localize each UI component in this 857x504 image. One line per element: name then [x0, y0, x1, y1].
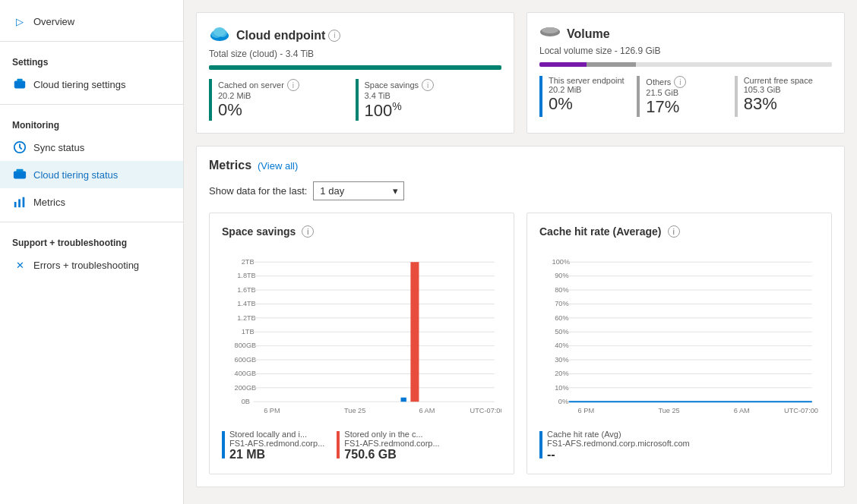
sidebar-item-overview[interactable]: ▷ Overview: [0, 8, 183, 35]
overview-icon: ▷: [12, 14, 27, 29]
cloud-endpoint-header: Cloud endpoint i: [209, 25, 501, 46]
legend-cache-hit-color: [539, 431, 542, 458]
svg-text:1.4TB: 1.4TB: [237, 301, 256, 308]
cached-info-icon[interactable]: i: [287, 79, 299, 91]
sidebar-item-sync-status[interactable]: Sync status: [0, 134, 183, 161]
sidebar-item-errors[interactable]: ✕ Errors + troubleshooting: [0, 251, 183, 279]
space-savings-svg: 2TB 1.8TB 1.6TB 1.4TB 1.2TB 1TB 800GB 60…: [222, 247, 501, 421]
svg-text:Tue 25: Tue 25: [658, 407, 679, 414]
svg-point-13: [542, 27, 558, 33]
sync-status-label: Sync status: [33, 142, 84, 153]
svg-text:6 PM: 6 PM: [264, 407, 280, 414]
volume-progress-purple: [539, 62, 587, 67]
sidebar-item-cloud-tiering-status[interactable]: Cloud tiering status: [0, 161, 183, 188]
svg-text:400GB: 400GB: [235, 370, 257, 378]
svg-point-11: [213, 27, 226, 36]
cloud-endpoint-subtitle: Total size (cloud) - 3.4 TiB: [209, 49, 501, 59]
svg-text:1.2TB: 1.2TB: [237, 314, 256, 322]
cloud-tiering-status-icon: [12, 167, 27, 182]
svg-text:6 PM: 6 PM: [578, 407, 594, 414]
cache-hit-chart-card: Cache hit rate (Average) i 100% 90% 80% …: [527, 213, 832, 474]
cached-stat: Cached on server i 20.2 MiB 0%: [209, 79, 356, 121]
cloud-endpoint-stats: Cached on server i 20.2 MiB 0% Space sav…: [209, 79, 501, 121]
metrics-header: Metrics (View all): [209, 159, 832, 172]
metrics-label: Metrics: [33, 197, 65, 208]
free-percent: 83%: [744, 94, 832, 114]
cloud-tiering-status-label: Cloud tiering status: [33, 169, 118, 181]
cache-hit-svg: 100% 90% 80% 70% 60% 50% 40% 30%: [539, 247, 819, 421]
svg-text:1.8TB: 1.8TB: [237, 272, 256, 280]
volume-progress-fill: [539, 62, 832, 67]
sidebar-item-metrics[interactable]: Metrics: [0, 188, 183, 216]
svg-rect-3: [14, 172, 26, 179]
svg-text:1.6TB: 1.6TB: [237, 286, 256, 294]
volume-icon: [539, 25, 561, 43]
space-savings-title: Space savings i: [222, 225, 501, 238]
cloud-endpoint-icon: [209, 25, 230, 46]
space-savings-legend: Stored locally and i... FS1-AFS.redmond.…: [222, 430, 501, 461]
space-savings-bar-local: [401, 398, 406, 402]
savings-info-icon[interactable]: i: [422, 79, 434, 91]
svg-text:0B: 0B: [242, 398, 250, 405]
legend-cloud: Stored only in the c... FS1-AFS.redmond.…: [337, 430, 439, 461]
server-endpoint-stat: This server endpoint 20.2 MiB 0%: [539, 76, 637, 117]
legend-cache-hit-text: Cache hit rate (Avg) FS1-AFS.redmond.cor…: [547, 430, 690, 461]
svg-rect-6: [18, 199, 21, 207]
volume-progress-container: [539, 62, 832, 67]
svg-text:6 AM: 6 AM: [734, 407, 750, 414]
volume-subtitle: Local volume size - 126.9 GiB: [539, 46, 832, 56]
cloud-endpoint-info-icon[interactable]: i: [328, 30, 340, 42]
legend-cloud-text: Stored only in the c... FS1-AFS.redmond.…: [344, 430, 439, 461]
sidebar-divider-3: [0, 222, 183, 222]
server-percent: 0%: [549, 94, 637, 114]
sidebar-divider-1: [0, 41, 183, 42]
view-all-link[interactable]: (View all): [258, 160, 298, 172]
svg-rect-5: [14, 202, 17, 207]
sync-status-icon: [12, 140, 27, 155]
time-select-wrapper: 1 day 7 days 30 days: [313, 181, 404, 200]
volume-header: Volume: [539, 25, 832, 43]
cloud-endpoint-progress-container: [209, 65, 501, 70]
volume-stats: This server endpoint 20.2 MiB 0% Others …: [539, 76, 832, 117]
filter-row: Show data for the last: 1 day 7 days 30 …: [209, 181, 832, 200]
legend-local-text: Stored locally and i... FS1-AFS.redmond.…: [229, 430, 324, 461]
monitoring-section-title: Monitoring: [0, 111, 183, 134]
server-value: 20.2 MiB: [549, 85, 637, 94]
cached-label: Cached on server i: [218, 79, 356, 91]
cloud-endpoint-title: Cloud endpoint: [236, 29, 325, 43]
savings-percent: 100%: [365, 100, 502, 121]
svg-rect-1: [17, 79, 22, 82]
cloud-tiering-settings-label: Cloud tiering settings: [33, 79, 125, 90]
time-select[interactable]: 1 day 7 days 30 days: [313, 181, 404, 200]
sidebar-item-cloud-tiering-settings[interactable]: Cloud tiering settings: [0, 71, 183, 98]
svg-text:70%: 70%: [555, 301, 568, 308]
legend-local: Stored locally and i... FS1-AFS.redmond.…: [222, 430, 324, 461]
cache-hit-title: Cache hit rate (Average) i: [539, 225, 819, 238]
volume-card: Volume Local volume size - 126.9 GiB Thi…: [527, 12, 845, 134]
free-value: 105.3 GiB: [744, 85, 832, 94]
space-savings-bar-cloud: [410, 263, 419, 402]
savings-value: 3.4 TiB: [365, 91, 502, 100]
svg-text:80%: 80%: [555, 286, 568, 294]
svg-text:UTC-07:00: UTC-07:00: [784, 407, 818, 414]
svg-text:20%: 20%: [555, 370, 568, 378]
others-value: 21.5 GiB: [646, 88, 734, 97]
svg-text:UTC-07:00: UTC-07:00: [470, 407, 501, 414]
settings-section-title: Settings: [0, 48, 183, 71]
space-savings-chart-card: Space savings i 2TB 1.8TB 1.6TB 1.4TB 1.…: [209, 213, 514, 474]
cloud-endpoint-card: Cloud endpoint i Total size (cloud) - 3.…: [196, 12, 514, 134]
sidebar-item-overview-label: Overview: [33, 16, 74, 27]
svg-text:0%: 0%: [558, 398, 568, 405]
others-info-icon[interactable]: i: [674, 76, 686, 88]
charts-row: Space savings i 2TB 1.8TB 1.6TB 1.4TB 1.…: [209, 213, 832, 474]
space-savings-info-icon[interactable]: i: [302, 225, 314, 238]
svg-text:100%: 100%: [552, 258, 571, 266]
cache-hit-info-icon[interactable]: i: [668, 225, 680, 238]
savings-label: Space savings i: [365, 79, 502, 91]
support-section-title: Support + troubleshooting: [0, 228, 183, 251]
errors-icon: ✕: [12, 257, 27, 272]
svg-rect-7: [23, 197, 25, 208]
cached-percent: 0%: [218, 100, 356, 120]
errors-label: Errors + troubleshooting: [33, 260, 139, 271]
svg-text:90%: 90%: [555, 272, 568, 280]
